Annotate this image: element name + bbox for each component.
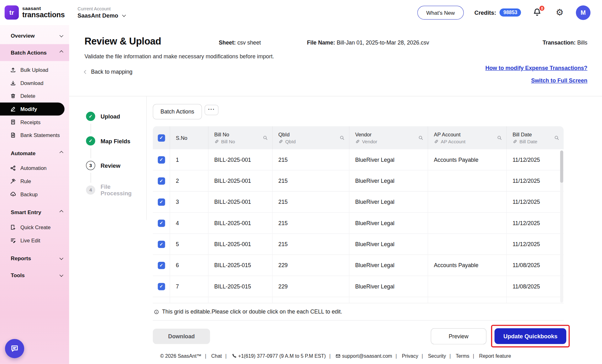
- select-all-checkbox[interactable]: ✓: [153, 126, 170, 149]
- whats-new-button[interactable]: What's New: [417, 6, 463, 19]
- user-avatar[interactable]: M: [576, 5, 591, 20]
- cell-bill-date[interactable]: 11/08/2025: [507, 276, 563, 297]
- cell-ap-account[interactable]: [428, 213, 507, 233]
- cell-bill-date[interactable]: 11/12/2025: [507, 234, 563, 255]
- search-icon[interactable]: [339, 135, 345, 140]
- column-header-bill-date[interactable]: Bill Date Bill Date: [507, 126, 563, 149]
- row-checkbox[interactable]: ✓: [153, 255, 170, 276]
- column-header-qbid[interactable]: QbId QbId: [272, 126, 349, 149]
- sidebar-item-automation[interactable]: Automation: [0, 162, 69, 175]
- sidebar-section-automate[interactable]: Automate: [0, 145, 69, 162]
- sidebar-item-download[interactable]: Download: [0, 76, 69, 90]
- sidebar-item-delete[interactable]: Delete: [0, 89, 69, 103]
- how-to-modify-link[interactable]: How to modify Expense Transactions?: [485, 65, 588, 71]
- cell-bill-date[interactable]: 11/08/2025: [507, 255, 563, 276]
- cell-qbid[interactable]: 229: [272, 255, 349, 276]
- sidebar-section-overview[interactable]: Overview: [0, 27, 69, 44]
- cell-vendor[interactable]: BlueRiver Legal: [349, 234, 428, 255]
- column-header-bill-no[interactable]: Bill No Bill No: [209, 126, 272, 149]
- cell-sno[interactable]: 2: [170, 171, 208, 191]
- cell-ap-account[interactable]: [428, 171, 507, 191]
- cell-bill-no[interactable]: BILL-2025-001: [209, 192, 272, 212]
- download-button[interactable]: Download: [153, 329, 210, 344]
- cell-vendor[interactable]: BlueRiver Legal: [349, 255, 428, 276]
- account-switcher[interactable]: Current Account SaasAnt Demo: [77, 6, 124, 19]
- sidebar-section-tools[interactable]: Tools: [0, 267, 69, 284]
- cell-bill-no[interactable]: BILL-2025-001: [209, 171, 272, 191]
- row-checkbox[interactable]: ✓: [153, 234, 170, 255]
- cell-bill-no[interactable]: BILL-2025-015: [209, 255, 272, 276]
- settings-button[interactable]: ⚙: [556, 8, 563, 17]
- sidebar-item-bulk-upload[interactable]: Bulk Upload: [0, 63, 69, 76]
- cell-bill-date[interactable]: 11/12/2025: [507, 213, 563, 233]
- cell-sno[interactable]: 5: [170, 234, 208, 255]
- switch-fullscreen-link[interactable]: Switch to Full Screen: [531, 77, 588, 84]
- cell-vendor[interactable]: BlueRiver Legal: [349, 171, 428, 191]
- app-logo[interactable]: tr: [5, 5, 19, 19]
- row-checkbox[interactable]: ✓: [153, 276, 170, 297]
- cell-bill-no[interactable]: BILL-2025-001: [209, 149, 272, 170]
- column-header-vendor[interactable]: Vendor Vendor: [349, 126, 428, 149]
- cell-sno[interactable]: 1: [170, 149, 208, 170]
- search-icon[interactable]: [418, 135, 423, 140]
- more-actions-button[interactable]: ···: [204, 105, 218, 115]
- update-quickbooks-button[interactable]: Update Quickbooks: [494, 328, 566, 344]
- cell-bill-no[interactable]: BILL-2025-015: [209, 276, 272, 297]
- footer-chat-link[interactable]: Chat: [202, 353, 222, 359]
- cell-qbid[interactable]: 215: [272, 149, 349, 170]
- row-checkbox[interactable]: ✓: [153, 213, 170, 233]
- footer-privacy-link[interactable]: Privacy: [392, 353, 418, 359]
- cell-vendor[interactable]: BlueRiver Legal: [349, 149, 428, 170]
- cell-qbid[interactable]: 215: [272, 171, 349, 191]
- sidebar-section-reports[interactable]: Reports: [0, 250, 69, 267]
- cell-bill-date[interactable]: 11/12/2025: [507, 192, 563, 212]
- row-checkbox[interactable]: ✓: [153, 192, 170, 212]
- notifications-button[interactable]: 0: [533, 8, 543, 18]
- cell-sno[interactable]: 3: [170, 192, 208, 212]
- search-icon[interactable]: [497, 135, 502, 140]
- cell-qbid[interactable]: 215: [272, 192, 349, 212]
- row-checkbox[interactable]: ✓: [153, 149, 170, 170]
- sidebar-item-bank-statements[interactable]: Bank Statements: [0, 129, 69, 142]
- cell-vendor[interactable]: BlueRiver Legal: [349, 276, 428, 297]
- sidebar-item-quick-create[interactable]: Quick Create: [0, 221, 69, 234]
- sidebar-item-modify[interactable]: Modify: [0, 103, 65, 116]
- sidebar-item-rule[interactable]: Rule: [0, 175, 69, 188]
- search-icon[interactable]: [554, 135, 559, 140]
- cell-qbid[interactable]: 215: [272, 213, 349, 233]
- back-to-mapping-link[interactable]: Back to mapping: [84, 69, 132, 75]
- cell-ap-account[interactable]: [428, 276, 507, 297]
- cell-bill-no[interactable]: BILL-2025-001: [209, 234, 272, 255]
- cell-bill-date[interactable]: 11/12/2025: [507, 171, 563, 191]
- cell-qbid[interactable]: 215: [272, 234, 349, 255]
- credits-badge[interactable]: 98853: [499, 8, 521, 17]
- cell-vendor[interactable]: BlueRiver Legal: [349, 213, 428, 233]
- cell-sno[interactable]: 7: [170, 276, 208, 297]
- cell-vendor[interactable]: BlueRiver Legal: [349, 192, 428, 212]
- cell-sno[interactable]: 4: [170, 213, 208, 233]
- column-header-ap-account[interactable]: AP Account AP Account: [428, 126, 507, 149]
- chat-widget-button[interactable]: [5, 339, 24, 358]
- cell-ap-account[interactable]: Accounts Payable: [428, 255, 507, 276]
- cell-bill-no[interactable]: BILL-2025-001: [209, 213, 272, 233]
- cell-ap-account[interactable]: [428, 234, 507, 255]
- column-header-sno[interactable]: S.No: [170, 126, 208, 149]
- footer-security-link[interactable]: Security: [418, 353, 446, 359]
- grid-scrollbar[interactable]: [560, 150, 563, 303]
- footer-terms-link[interactable]: Terms: [446, 353, 469, 359]
- cell-ap-account[interactable]: Accounts Payable: [428, 149, 507, 170]
- sidebar-item-live-edit[interactable]: Live Edit: [0, 234, 69, 247]
- scrollbar-thumb[interactable]: [560, 150, 563, 183]
- sidebar-section-smart-entry[interactable]: Smart Entry: [0, 204, 69, 221]
- preview-button[interactable]: Preview: [430, 328, 486, 344]
- sidebar-section-batch-actions[interactable]: Batch Actions: [0, 44, 69, 61]
- batch-actions-button[interactable]: Batch Actions: [153, 104, 202, 119]
- cell-sno[interactable]: 6: [170, 255, 208, 276]
- footer-report-feature-link[interactable]: Report feature: [469, 353, 511, 359]
- sidebar-item-backup[interactable]: Backup: [0, 188, 69, 201]
- search-icon[interactable]: [263, 135, 268, 140]
- sidebar-item-receipts[interactable]: Receipts: [0, 116, 69, 129]
- cell-qbid[interactable]: 229: [272, 276, 349, 297]
- cell-bill-date[interactable]: 11/12/2025: [507, 149, 563, 170]
- cell-ap-account[interactable]: [428, 192, 507, 212]
